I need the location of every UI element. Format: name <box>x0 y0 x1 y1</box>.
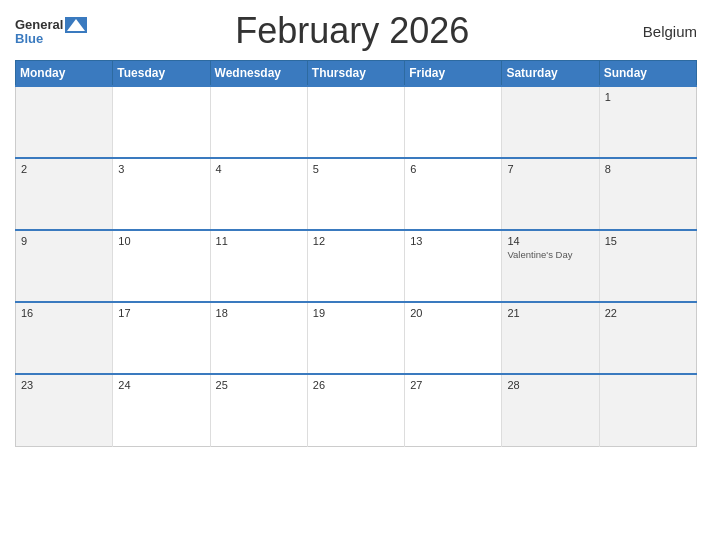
country-label: Belgium <box>617 23 697 40</box>
col-thursday: Thursday <box>307 61 404 87</box>
day-number: 11 <box>216 235 302 247</box>
col-tuesday: Tuesday <box>113 61 210 87</box>
calendar-cell: 8 <box>599 158 696 230</box>
calendar-body: 1234567891011121314Valentine's Day151617… <box>16 86 697 446</box>
col-monday: Monday <box>16 61 113 87</box>
calendar-cell: 22 <box>599 302 696 374</box>
calendar-cell: 10 <box>113 230 210 302</box>
day-number: 4 <box>216 163 302 175</box>
calendar-cell <box>599 374 696 446</box>
col-saturday: Saturday <box>502 61 599 87</box>
calendar-cell: 7 <box>502 158 599 230</box>
day-number: 19 <box>313 307 399 319</box>
day-number: 9 <box>21 235 107 247</box>
col-wednesday: Wednesday <box>210 61 307 87</box>
col-sunday: Sunday <box>599 61 696 87</box>
calendar-cell: 6 <box>405 158 502 230</box>
calendar-cell: 18 <box>210 302 307 374</box>
calendar-cell: 23 <box>16 374 113 446</box>
day-number: 6 <box>410 163 496 175</box>
day-number: 1 <box>605 91 691 103</box>
calendar-cell: 12 <box>307 230 404 302</box>
calendar-cell <box>113 86 210 158</box>
calendar-cell: 5 <box>307 158 404 230</box>
calendar-cell: 25 <box>210 374 307 446</box>
day-number: 18 <box>216 307 302 319</box>
calendar-cell: 28 <box>502 374 599 446</box>
calendar-header: Monday Tuesday Wednesday Thursday Friday… <box>16 61 697 87</box>
calendar-cell: 16 <box>16 302 113 374</box>
day-number: 21 <box>507 307 593 319</box>
calendar-cell: 14Valentine's Day <box>502 230 599 302</box>
table-row: 1 <box>16 86 697 158</box>
day-number: 8 <box>605 163 691 175</box>
calendar-cell: 21 <box>502 302 599 374</box>
calendar-cell: 11 <box>210 230 307 302</box>
calendar-cell: 26 <box>307 374 404 446</box>
calendar-cell <box>210 86 307 158</box>
day-number: 23 <box>21 379 107 391</box>
logo-blue-text: Blue <box>15 31 43 46</box>
day-number: 2 <box>21 163 107 175</box>
calendar-cell: 17 <box>113 302 210 374</box>
day-number: 27 <box>410 379 496 391</box>
day-number: 17 <box>118 307 204 319</box>
day-number: 12 <box>313 235 399 247</box>
calendar-cell: 19 <box>307 302 404 374</box>
page-title: February 2026 <box>87 10 617 52</box>
calendar-cell: 20 <box>405 302 502 374</box>
day-number: 22 <box>605 307 691 319</box>
day-number: 14 <box>507 235 593 247</box>
day-number: 10 <box>118 235 204 247</box>
day-number: 24 <box>118 379 204 391</box>
day-number: 7 <box>507 163 593 175</box>
table-row: 16171819202122 <box>16 302 697 374</box>
day-number: 3 <box>118 163 204 175</box>
table-row: 2345678 <box>16 158 697 230</box>
table-row: 232425262728 <box>16 374 697 446</box>
calendar-cell: 2 <box>16 158 113 230</box>
calendar-cell: 15 <box>599 230 696 302</box>
day-number: 16 <box>21 307 107 319</box>
table-row: 91011121314Valentine's Day15 <box>16 230 697 302</box>
calendar-cell <box>307 86 404 158</box>
calendar-cell: 27 <box>405 374 502 446</box>
event-label: Valentine's Day <box>507 249 593 260</box>
logo: General Blue <box>15 17 87 46</box>
day-number: 25 <box>216 379 302 391</box>
day-number: 13 <box>410 235 496 247</box>
logo-flag-icon <box>65 17 87 33</box>
calendar-cell: 3 <box>113 158 210 230</box>
day-number: 26 <box>313 379 399 391</box>
day-number: 28 <box>507 379 593 391</box>
calendar-table: Monday Tuesday Wednesday Thursday Friday… <box>15 60 697 447</box>
calendar-cell <box>16 86 113 158</box>
day-number: 20 <box>410 307 496 319</box>
calendar-cell: 4 <box>210 158 307 230</box>
day-number: 5 <box>313 163 399 175</box>
calendar-cell: 24 <box>113 374 210 446</box>
header-row: Monday Tuesday Wednesday Thursday Friday… <box>16 61 697 87</box>
page-header: General Blue February 2026 Belgium <box>15 10 697 52</box>
calendar-page: General Blue February 2026 Belgium Monda… <box>0 0 712 550</box>
day-number: 15 <box>605 235 691 247</box>
calendar-cell <box>405 86 502 158</box>
calendar-cell <box>502 86 599 158</box>
calendar-cell: 1 <box>599 86 696 158</box>
calendar-cell: 13 <box>405 230 502 302</box>
col-friday: Friday <box>405 61 502 87</box>
calendar-cell: 9 <box>16 230 113 302</box>
